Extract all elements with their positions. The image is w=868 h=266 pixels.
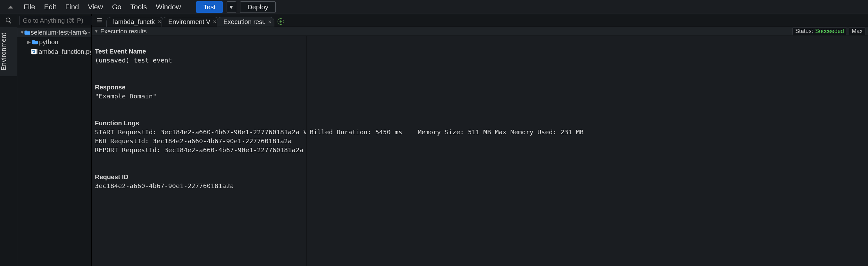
tab-label: lambda_function.py (113, 18, 155, 26)
request-id-value: 3ec184e2-a660-4b67-90e1-227760181a2a (95, 182, 234, 190)
subheader-title: Execution results (100, 28, 147, 35)
tab-environment-variables[interactable]: Environment Variables × (161, 17, 219, 27)
tree-folder-python[interactable]: ▶ python (17, 37, 91, 47)
results-pane-right[interactable]: Billed Duration: 5450 ms Memory Size: 51… (306, 36, 868, 266)
menu-find[interactable]: Find (61, 0, 83, 14)
status-label: Status: (795, 28, 813, 35)
menu-go[interactable]: Go (107, 0, 126, 14)
close-icon[interactable]: × (268, 19, 272, 25)
collapse-up-icon[interactable] (6, 5, 15, 9)
results-pane-left[interactable]: Test Event Name (unsaved) test event Res… (92, 36, 306, 266)
gear-icon[interactable]: ▾ (82, 30, 90, 35)
editor-main: lambda_function.py × Environment Variabl… (92, 14, 868, 266)
tab-label: Execution results (223, 18, 265, 26)
log-line: START RequestId: 3ec184e2-a660-4b67-90e1… (95, 128, 306, 136)
left-gutter: Environment (0, 14, 17, 266)
plus-icon: + (279, 19, 282, 24)
folder-icon (24, 30, 31, 35)
menu-edit[interactable]: Edit (39, 0, 61, 14)
svg-marker-0 (8, 5, 13, 8)
python-file-icon (31, 48, 37, 55)
folder-icon (31, 39, 39, 44)
max-badge: Max (849, 27, 865, 35)
menu-tools[interactable]: Tools (126, 0, 151, 14)
function-logs-header: Function Logs (95, 120, 139, 127)
tab-list-icon[interactable] (94, 15, 104, 25)
tab-lambda-function[interactable]: lambda_function.py × (106, 17, 164, 27)
tree-root-folder[interactable]: ▼ selenium-test-lambda ▾ (17, 28, 91, 37)
tab-label: Environment Variables (168, 18, 210, 26)
tree-item-label: lambda_function.py (37, 48, 91, 56)
search-icon[interactable] (0, 14, 17, 27)
request-id-header: Request ID (95, 173, 128, 180)
environment-panel-tab[interactable]: Environment (0, 27, 17, 76)
results-content: Test Event Name (unsaved) test event Res… (92, 36, 868, 266)
close-icon[interactable]: × (213, 19, 216, 25)
response-value: "Example Domain" (95, 92, 157, 100)
log-line: END RequestId: 3ec184e2-a660-4b67-90e1-2… (95, 137, 292, 145)
deploy-button[interactable]: Deploy (240, 1, 276, 13)
chevron-down-icon: ▼ (20, 30, 24, 35)
status-value: Succeeded (815, 28, 844, 35)
tabstrip: lambda_function.py × Environment Variabl… (92, 14, 868, 27)
test-event-name-header: Test Event Name (95, 48, 146, 55)
menu-file[interactable]: File (19, 0, 39, 14)
test-button[interactable]: Test (196, 1, 223, 13)
add-tab-button[interactable]: + (278, 18, 284, 25)
test-event-name-value: (unsaved) test event (95, 57, 172, 64)
text-cursor (234, 183, 234, 190)
max-label: Max (851, 28, 863, 35)
file-explorer-sidebar: ▼ selenium-test-lambda ▾ ▶ python (17, 14, 92, 266)
status-badge: Status: Succeeded (793, 27, 847, 35)
chevron-right-icon: ▶ (26, 39, 31, 44)
tree-file-lambda[interactable]: lambda_function.py (17, 47, 91, 57)
test-dropdown-button[interactable]: ▾ (227, 1, 236, 13)
response-header: Response (95, 84, 126, 91)
menu-window[interactable]: Window (151, 0, 185, 14)
log-line-right: Billed Duration: 5450 ms Memory Size: 51… (310, 128, 584, 136)
results-subheader: ▼ Execution results Status: Succeeded Ma… (92, 27, 868, 36)
tree-root-label: selenium-test-lambda (31, 29, 82, 36)
tree-item-label: python (39, 38, 58, 46)
tab-execution-results[interactable]: Execution results × (217, 17, 274, 27)
caret-down-icon: ▾ (88, 30, 90, 35)
caret-down-icon: ▾ (229, 3, 233, 11)
menubar: File Edit Find View Go Tools Window Test… (0, 0, 868, 14)
log-line: REPORT RequestId: 3ec184e2-a660-4b67-90e… (95, 146, 306, 154)
chevron-down-icon[interactable]: ▼ (94, 29, 98, 34)
close-icon[interactable]: × (158, 19, 161, 25)
menu-view[interactable]: View (83, 0, 107, 14)
file-tree: ▼ selenium-test-lambda ▾ ▶ python (17, 27, 91, 57)
